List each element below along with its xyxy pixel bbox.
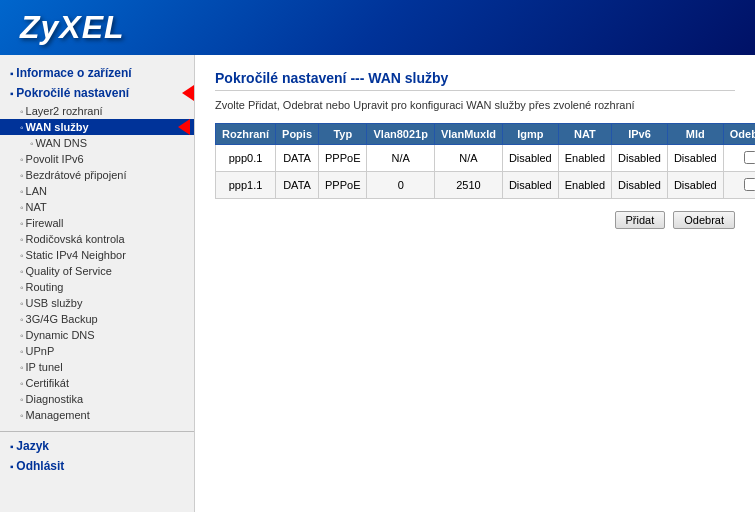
main-layout: Informace o zařízení Pokročilé nastavení… — [0, 55, 755, 512]
col-ipv6: IPv6 — [612, 124, 668, 145]
page-title: Pokročilé nastavení --- WAN služby — [215, 70, 735, 91]
cell-rozhrani-2: ppp1.1 — [216, 172, 276, 199]
sidebar-item-layer2[interactable]: Layer2 rozhraní — [0, 103, 194, 119]
col-popis: Popis — [276, 124, 319, 145]
cell-popis-1: DATA — [276, 145, 319, 172]
sidebar-item-backup[interactable]: 3G/4G Backup — [0, 311, 194, 327]
cell-vlanmuxid-1: N/A — [434, 145, 502, 172]
cell-popis-2: DATA — [276, 172, 319, 199]
sidebar-item-ip-tunel[interactable]: IP tunel — [0, 359, 194, 375]
cell-ipv6-2: Disabled — [612, 172, 668, 199]
pokrocile-arrow-icon — [182, 85, 194, 101]
sidebar-item-pokrocile[interactable]: Pokročilé nastavení — [0, 83, 178, 103]
sidebar: Informace o zařízení Pokročilé nastavení… — [0, 55, 195, 512]
sidebar-item-dynamic-dns[interactable]: Dynamic DNS — [0, 327, 194, 343]
cell-typ-1: PPPoE — [319, 145, 367, 172]
sidebar-item-routing[interactable]: Routing — [0, 279, 194, 295]
sidebar-item-nat[interactable]: NAT — [0, 199, 194, 215]
cell-rozhrani-1: ppp0.1 — [216, 145, 276, 172]
col-rozhrani: Rozhraní — [216, 124, 276, 145]
sidebar-item-usb[interactable]: USB služby — [0, 295, 194, 311]
sidebar-item-informace[interactable]: Informace o zařízení — [0, 63, 194, 83]
col-mld: Mld — [667, 124, 723, 145]
bottom-buttons: Přidat Odebrat — [215, 211, 735, 229]
cell-vlan8021p-2: 0 — [367, 172, 434, 199]
sidebar-item-upnp[interactable]: UPnP — [0, 343, 194, 359]
sidebar-item-static-neighbor[interactable]: Static IPv4 Neighbor — [0, 247, 194, 263]
logo: ZyXEL — [20, 9, 125, 46]
sidebar-item-povolit-ipv6[interactable]: Povolit IPv6 — [0, 151, 194, 167]
col-typ: Typ — [319, 124, 367, 145]
sidebar-item-jazyk[interactable]: Jazyk — [0, 436, 194, 456]
sidebar-item-odhlasit[interactable]: Odhlásit — [0, 456, 194, 476]
sidebar-item-firewall[interactable]: Firewall — [0, 215, 194, 231]
cell-nat-1: Enabled — [558, 145, 611, 172]
sidebar-item-bezdratove[interactable]: Bezdrátové připojení — [0, 167, 194, 183]
header: ZyXEL — [0, 0, 755, 55]
col-nat: NAT — [558, 124, 611, 145]
cell-ipv6-1: Disabled — [612, 145, 668, 172]
pridat-button[interactable]: Přidat — [615, 211, 666, 229]
cell-odebrat-2[interactable] — [723, 172, 755, 199]
cell-typ-2: PPPoE — [319, 172, 367, 199]
wan-table: Rozhraní Popis Typ Vlan8021p VlanMuxId I… — [215, 123, 755, 199]
cell-vlan8021p-1: N/A — [367, 145, 434, 172]
col-odebrat: Odebrat — [723, 124, 755, 145]
content-area: Pokročilé nastavení --- WAN služby Zvolt… — [195, 55, 755, 512]
col-vlan8021p: Vlan8021p — [367, 124, 434, 145]
cell-mld-2: Disabled — [667, 172, 723, 199]
sidebar-item-wan-dns[interactable]: WAN DNS — [0, 135, 194, 151]
odebrat-checkbox-1[interactable] — [744, 151, 755, 164]
cell-igmp-2: Disabled — [502, 172, 558, 199]
odebrat-checkbox-2[interactable] — [744, 178, 755, 191]
sidebar-item-rodicovska[interactable]: Rodičovská kontrola — [0, 231, 194, 247]
col-vlanmuxid: VlanMuxId — [434, 124, 502, 145]
odebrat-button[interactable]: Odebrat — [673, 211, 735, 229]
sidebar-item-certifikat[interactable]: Certifikát — [0, 375, 194, 391]
table-row: ppp1.1 DATA PPPoE 0 2510 Disabled Enable… — [216, 172, 756, 199]
cell-nat-2: Enabled — [558, 172, 611, 199]
page-description: Zvolte Přidat, Odebrat nebo Upravit pro … — [215, 99, 735, 111]
sidebar-item-wan-sluzby[interactable]: WAN služby — [0, 119, 174, 135]
table-row: ppp0.1 DATA PPPoE N/A N/A Disabled Enabl… — [216, 145, 756, 172]
col-igmp: Igmp — [502, 124, 558, 145]
cell-igmp-1: Disabled — [502, 145, 558, 172]
wan-arrow-icon — [178, 119, 190, 135]
cell-vlanmuxid-2: 2510 — [434, 172, 502, 199]
sidebar-item-lan[interactable]: LAN — [0, 183, 194, 199]
sidebar-item-qos[interactable]: Quality of Service — [0, 263, 194, 279]
cell-odebrat-1[interactable] — [723, 145, 755, 172]
sidebar-item-management[interactable]: Management — [0, 407, 194, 423]
cell-mld-1: Disabled — [667, 145, 723, 172]
sidebar-item-diagnostika[interactable]: Diagnostika — [0, 391, 194, 407]
